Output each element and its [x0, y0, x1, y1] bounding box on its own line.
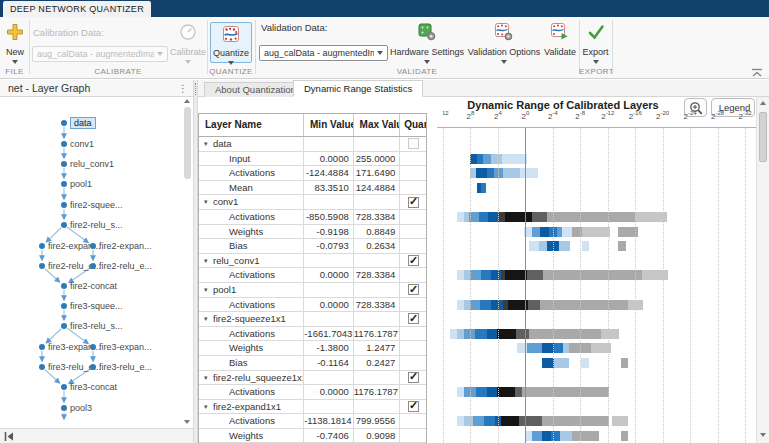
layer-node-dot[interactable] [61, 181, 67, 187]
calibration-data-select[interactable]: aug_calData - augmentedIma... [32, 46, 168, 62]
scroll-down-icon[interactable] [184, 420, 190, 424]
layer-node-label-pool1[interactable]: pool1 [70, 179, 92, 189]
table-row-Activations[interactable]: Activations-1138.1814799.9556 [199, 414, 426, 429]
layer-node-label-fire3-relu-e-[interactable]: fire3-relu_e... [99, 362, 152, 372]
quantize-checkbox[interactable] [408, 401, 419, 412]
statistics-vertical-scrollbar[interactable] [756, 97, 769, 443]
layer-node-label-data[interactable]: data [70, 117, 96, 129]
table-row-Activations[interactable]: Activations0.0000728.3384 [199, 298, 426, 313]
panel-menu-icon[interactable]: ⋮ [178, 81, 188, 97]
table-row-Mean[interactable]: Mean83.3510124.4884 [199, 181, 426, 196]
tab-dynamic-range-statistics[interactable]: Dynamic Range Statistics [293, 80, 423, 97]
scroll-to-start-icon[interactable] [4, 432, 14, 441]
table-row-Activations[interactable]: Activations0.0000728.3384 [199, 268, 426, 283]
new-button[interactable]: New [2, 23, 28, 64]
scroll-up-icon[interactable] [184, 99, 190, 103]
ribbon-tab-deep-network-quantizer[interactable]: DEEP NETWORK QUANTIZER [3, 1, 151, 17]
table-row-Weights[interactable]: Weights-1.38001.2477 [199, 341, 426, 356]
table-row-Bias[interactable]: Bias-0.11640.2427 [199, 356, 426, 371]
bar-segment [491, 154, 502, 164]
layer-node-label-fire2-relu-e-[interactable]: fire2-relu_e... [99, 261, 152, 271]
table-row-Activations[interactable]: Activations-850.5908728.3384 [199, 210, 426, 225]
layer-node-dot[interactable] [61, 141, 67, 147]
scrollbar-thumb[interactable] [759, 112, 767, 162]
layer-node-dot[interactable] [90, 263, 96, 269]
table-row-relu-conv1[interactable]: ▾relu_conv1 [199, 254, 426, 269]
bar-segment [540, 227, 548, 237]
collapse-triangle-icon[interactable]: ▾ [204, 283, 213, 297]
layer-node-dot[interactable] [61, 202, 67, 208]
layer-node-dot[interactable] [61, 283, 67, 289]
column-header-layer-name[interactable]: Layer Name [199, 114, 304, 136]
layer-node-dot[interactable] [61, 405, 67, 411]
layer-node-label-fire2-concat[interactable]: fire2-concat [70, 281, 117, 291]
scroll-down-icon[interactable] [760, 433, 766, 437]
layer-node-label-fire2-expan-[interactable]: fire2-expan... [99, 241, 152, 251]
layer-node-dot[interactable] [90, 243, 96, 249]
layer-node-label-fire3-relu-s-[interactable]: fire3-relu_s... [70, 321, 123, 331]
layer-node-dot[interactable] [90, 344, 96, 350]
layer-node-dot[interactable] [61, 222, 67, 228]
table-row-Weights[interactable]: Weights-0.91980.8849 [199, 225, 426, 240]
collapse-triangle-icon[interactable]: ▾ [204, 312, 213, 326]
table-row-fire2-relu-squeeze1x1[interactable]: ▾fire2-relu_squeeze1x1 [199, 371, 426, 386]
collapse-triangle-icon[interactable]: ▾ [204, 137, 213, 151]
layer-node-dot[interactable] [90, 364, 96, 370]
minimize-toolstrip-button[interactable] [751, 64, 763, 74]
quantize-checkbox[interactable] [408, 372, 419, 383]
scrollbar-thumb[interactable] [184, 107, 191, 179]
collapse-triangle-icon[interactable]: ▾ [204, 254, 213, 268]
quantize-checkbox[interactable] [408, 284, 419, 295]
scroll-up-icon[interactable] [760, 101, 766, 105]
validation-data-select[interactable]: aug_calData - augmentedIma... [259, 45, 388, 61]
layer-node-dot[interactable] [39, 344, 45, 350]
layer-node-label-conv1[interactable]: conv1 [70, 139, 94, 149]
table-row-Bias[interactable]: Bias-0.07930.2634 [199, 239, 426, 254]
table-row-fire2-squeeze1x1[interactable]: ▾fire2-squeeze1x1 [199, 312, 426, 327]
layer-node-dot[interactable] [61, 161, 67, 167]
table-row-Input[interactable]: Input0.0000255.0000 [199, 152, 426, 167]
hardware-settings-button[interactable]: Hardware Settings [391, 23, 463, 64]
layer-node-dot[interactable] [39, 243, 45, 249]
layer-node-label-fire3-expan-[interactable]: fire3-expan... [99, 342, 152, 352]
layer-node-label-fire3-concat[interactable]: fire3-concat [70, 382, 117, 392]
table-row-Activations[interactable]: Activations-1661.70431176.1787 [199, 327, 426, 342]
table-row-Activations[interactable]: Activations-124.4884171.6490 [199, 166, 426, 181]
table-row-pool1[interactable]: ▾pool1 [199, 283, 426, 298]
layer-node-dot[interactable] [61, 120, 67, 126]
quantize-checkbox[interactable] [408, 255, 419, 266]
gridline [635, 128, 636, 443]
layer-node-label-relu-conv1[interactable]: relu_conv1 [70, 159, 114, 169]
layer-node-label-fire2-squee-[interactable]: fire2-squee... [70, 200, 123, 210]
table-row-Weights[interactable]: Weights-0.74060.9098 [199, 429, 426, 443]
column-header-quantize[interactable]: Quan [400, 114, 426, 136]
collapse-triangle-icon[interactable]: ▾ [204, 400, 213, 414]
quantize-button[interactable]: Quantize [210, 22, 252, 63]
column-header-max-value[interactable]: Max Value [354, 114, 401, 136]
layer-node-dot[interactable] [61, 303, 67, 309]
layer-node-dot[interactable] [39, 364, 45, 370]
table-row-fire2-expand1x1[interactable]: ▾fire2-expand1x1 [199, 400, 426, 415]
tab-about-quantization[interactable]: About Quantization [204, 82, 307, 97]
layer-node-label-fire2-relu-s-[interactable]: fire2-relu_s... [70, 220, 123, 230]
layer-node-label-fire3-squee-[interactable]: fire3-squee... [70, 301, 123, 311]
validate-button[interactable]: Validate [543, 23, 577, 57]
column-header-min-value[interactable]: Min Value [304, 114, 354, 136]
table-row-Activations[interactable]: Activations0.00001176.1787 [199, 385, 426, 400]
quantize-checkbox[interactable] [408, 197, 419, 208]
validation-options-button[interactable]: Validation Options [466, 23, 542, 64]
layer-node-label-pool3[interactable]: pool3 [70, 403, 92, 413]
collapse-triangle-icon[interactable]: ▾ [204, 195, 213, 209]
layer-node-dot[interactable] [39, 263, 45, 269]
layer-node-dot[interactable] [61, 384, 67, 390]
layer-graph-vertical-scrollbar[interactable] [183, 98, 192, 427]
export-button[interactable]: Export [581, 23, 610, 64]
layer-node-dot[interactable] [61, 323, 67, 329]
calibrate-button[interactable]: Calibrate [170, 23, 206, 64]
layer-graph-horizontal-scrollbar[interactable] [0, 428, 193, 443]
table-row-data[interactable]: ▾data [199, 137, 426, 152]
quantize-checkbox[interactable] [408, 138, 419, 149]
table-row-conv1[interactable]: ▾conv1 [199, 195, 426, 210]
quantize-checkbox[interactable] [408, 313, 419, 324]
collapse-triangle-icon[interactable]: ▾ [204, 371, 213, 385]
